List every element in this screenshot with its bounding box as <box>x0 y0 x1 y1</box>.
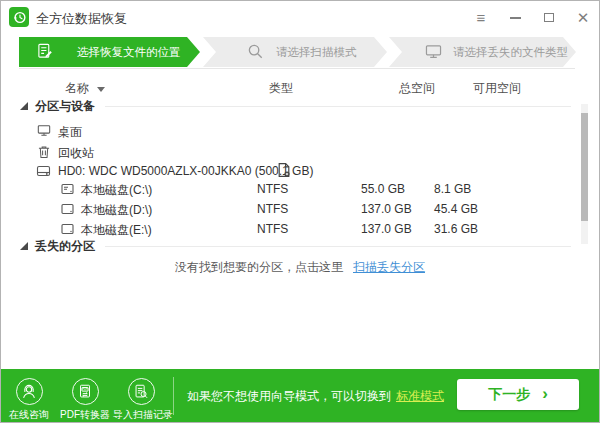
window-title: 全方位数据恢复 <box>36 10 127 28</box>
column-header-free: 可用空间 <box>473 80 521 97</box>
steps-separator <box>19 68 575 69</box>
import-scan-record-button[interactable]: 导入扫描记录 <box>113 373 169 422</box>
recycle-bin-icon <box>36 144 51 159</box>
drive-icon <box>60 201 75 216</box>
chevron-right-icon: › <box>542 384 548 404</box>
scan-lost-partition-link[interactable]: 扫描丢失分区 <box>353 260 425 274</box>
svg-text:PDF: PDF <box>82 387 88 391</box>
step-label: 请选择丢失的文件类型 <box>453 45 568 60</box>
mode-switch-hint: 如果您不想使用向导模式，可以切换到标准模式 <box>187 388 444 405</box>
table-row-drive-e[interactable]: 本地磁盘(E:\) NTFS 137.0 GB 31.6 GB <box>1 219 599 239</box>
wizard-steps: 选择恢复文件的位置 请选择扫描模式 请选择丢失的文件类型 <box>19 37 583 67</box>
table-row-recycle-bin[interactable]: 回收站 <box>1 142 599 162</box>
next-step-button[interactable]: 下一步 › <box>457 379 579 410</box>
step-select-file-types[interactable]: 请选择丢失的文件类型 <box>389 37 576 67</box>
close-icon[interactable]: ✕ <box>575 10 591 26</box>
title-bar: 全方位数据恢复 ≡ ✕ <box>1 1 599 34</box>
sort-descending-icon <box>97 87 105 92</box>
menu-icon[interactable]: ≡ <box>473 10 489 26</box>
expander-icon <box>20 102 28 110</box>
minimize-icon[interactable] <box>507 10 523 26</box>
app-logo-icon <box>9 7 29 27</box>
document-search-icon <box>128 378 155 405</box>
drive-icon <box>60 221 75 236</box>
group-divider <box>105 106 571 107</box>
monitor-icon <box>425 44 442 61</box>
step-select-scan-mode[interactable]: 请选择扫描模式 <box>203 37 387 67</box>
table-row-drive-d[interactable]: 本地磁盘(D:\) NTFS 137.0 GB 45.4 GB <box>1 199 599 219</box>
drive-icon <box>60 181 75 196</box>
standard-mode-link[interactable]: 标准模式 <box>396 389 444 403</box>
group-partitions-devices[interactable]: 分区与设备 <box>1 97 599 115</box>
scrollbar-track[interactable] <box>581 104 588 244</box>
hard-disk-icon <box>36 163 51 178</box>
load-scan-record-icon[interactable] <box>277 162 292 179</box>
step-select-location[interactable]: 选择恢复文件的位置 <box>19 37 200 67</box>
footer-bar: 在线咨询 PDF PDF转换器 导 <box>1 369 599 422</box>
pdf-converter-button[interactable]: PDF PDF转换器 <box>57 373 113 422</box>
step-label: 选择恢复文件的位置 <box>77 45 181 60</box>
table-header: 名称 类型 总空间 可用空间 <box>1 78 599 96</box>
table-row-desktop[interactable]: 桌面 <box>1 121 599 141</box>
lost-partition-hint: 没有找到想要的分区，点击这里扫描丢失分区 <box>1 259 599 276</box>
document-edit-icon <box>37 43 53 61</box>
column-header-name[interactable]: 名称 <box>65 80 105 97</box>
step-label: 请选择扫描模式 <box>276 45 357 60</box>
scrollbar-thumb[interactable] <box>581 113 588 221</box>
column-header-total: 总空间 <box>399 80 435 97</box>
expander-icon <box>20 242 28 250</box>
group-divider <box>105 246 571 247</box>
group-label: 分区与设备 <box>35 98 95 115</box>
window-controls: ≡ ✕ <box>473 1 591 34</box>
footer-divider <box>173 377 174 415</box>
online-support-button[interactable]: 在线咨询 <box>1 373 57 422</box>
table-row-drive-c[interactable]: 本地磁盘(C:\) NTFS 55.0 GB 8.1 GB <box>1 179 599 199</box>
pdf-document-icon: PDF <box>72 378 99 405</box>
app-window: 全方位数据恢复 ≡ ✕ 选择恢复文件的位置 <box>0 0 600 423</box>
desktop-icon <box>36 123 51 138</box>
table-row-hd0[interactable]: HD0: WDC WD5000AZLX-00JKKA0 (500.1 GB) <box>1 161 599 181</box>
column-header-type: 类型 <box>269 80 293 97</box>
group-label: 丢失的分区 <box>35 238 95 255</box>
search-icon <box>247 43 264 62</box>
group-lost-partitions[interactable]: 丢失的分区 <box>1 237 599 255</box>
maximize-icon[interactable] <box>541 10 557 26</box>
headset-person-icon <box>16 378 43 405</box>
